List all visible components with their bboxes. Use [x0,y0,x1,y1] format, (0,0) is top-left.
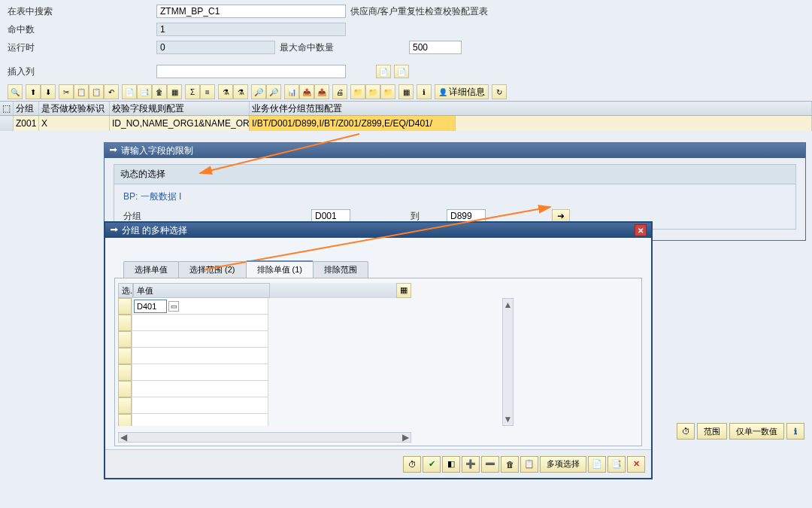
delete-row-icon[interactable]: 🗑 [152,84,167,99]
table-desc: 供应商/客户重复性检查校验配置表 [350,5,488,18]
tab-select-range[interactable]: 选择范围 (2) [178,261,247,278]
grid-icon[interactable]: ▦ [398,84,414,99]
export-icon[interactable]: 📊 [284,84,299,99]
sort-desc-icon[interactable]: ⬇ [41,84,56,99]
dialog1-side-buttons: ⏱ 范围 仅单一数值 ℹ [677,423,804,440]
variant2-icon[interactable]: 📁 [365,84,380,99]
bp-general-data-link[interactable]: BP: 一般数据 I [123,190,786,203]
cell-range-config: I/BT/D001/D899,I/BT/Z001/Z899,E/EQ/D401/ [250,116,456,131]
scroll-left-icon[interactable]: ◀ [120,432,127,443]
footer-check-icon[interactable]: ✔ [423,456,441,473]
layout-icon[interactable]: ▦ [167,84,182,99]
tab-exclude-single[interactable]: 排除单值 (1) [246,260,314,278]
copy-row-icon[interactable]: 📑 [137,84,152,99]
variant1-icon[interactable]: 📁 [350,84,365,99]
export3-icon[interactable]: 📤 [314,84,329,99]
grid-col-check[interactable]: 是否做校验标识 [39,102,110,115]
exclude-row-1[interactable]: ▭ [118,298,411,315]
grid-col-rule[interactable]: 校验字段规则配置 [110,102,250,115]
runtime-value: 0 [156,41,275,54]
filter-icon[interactable]: ⚗ [218,84,233,99]
minigrid-settings-icon[interactable]: ▦ [396,283,411,298]
grid-header-row: ⬚ 分组 是否做校验标识 校验字段规则配置 业务伙伴分组范围配置 [0,101,812,116]
multiple-selection-dialog: ⮕分组 的多种选择 ✕ 选择单值 选择范围 (2) 排除单值 (1) 排除范围 … [104,221,653,479]
max-hits-input[interactable] [409,41,462,54]
sum-icon[interactable]: Σ [185,84,200,99]
max-hits-label: 最大命中数量 [275,41,346,54]
dialog2-footer: ⏱ ✔ ◧ ➕ ➖ 🗑 📋 多项选择 📄 📑 ✕ [105,449,651,478]
scroll-right-icon[interactable]: ▶ [402,432,409,443]
footer-multiselect-button[interactable]: 多项选择 [540,456,586,473]
variant3-icon[interactable]: 📁 [380,84,395,99]
details-icon[interactable]: 🔍 [8,84,23,99]
undo-icon[interactable]: ↶ [104,84,119,99]
range-label: 分组 [123,210,311,223]
exclude-row-empty[interactable] [118,315,411,331]
find2-icon[interactable]: 🔎 [266,84,281,99]
print-icon[interactable]: 🖨 [332,84,347,99]
exclude-row-empty[interactable] [118,381,411,397]
dialog1-title-bar: ⮕ 请输入字段的限制 [105,143,805,158]
exclude-row-empty[interactable] [118,414,411,426]
grid-select-all[interactable]: ⬚ [0,102,14,115]
exclude-row-empty[interactable] [118,397,411,414]
insert-col-btn1[interactable]: 📄 [376,65,391,78]
dialog2-title: 分组 的多种选择 [122,225,187,236]
exclude-row-empty[interactable] [118,331,411,348]
footer-help-icon[interactable]: 📑 [607,456,626,473]
search-form: 在表中搜索 供应商/客户重复性检查校验配置表 命中数 1 运行时 0 最大命中数… [0,0,812,83]
cell-check: X [39,116,110,131]
grid-col-range[interactable]: 业务伙伴分组范围配置 [250,102,812,115]
footer-copy-icon[interactable]: 📄 [588,456,606,473]
grid-data-row[interactable]: Z001 X ID_NO,NAME_ORG1&NAME_ORG2 I/BT/D0… [0,116,812,131]
filter2-icon[interactable]: ⚗ [233,84,248,99]
subtotal-icon[interactable]: ≡ [200,84,215,99]
info-icon[interactable]: ℹ [417,84,432,99]
dynamic-select-title: 动态的选择 [114,165,795,184]
value-help-icon[interactable]: ▭ [168,301,179,312]
minigrid-col-value[interactable]: 单值 [133,283,270,298]
row-option-icon[interactable] [118,298,132,315]
tab-select-single[interactable]: 选择单值 [123,261,179,278]
footer-delete-row-icon[interactable]: ➖ [481,456,499,473]
scroll-down-icon[interactable]: ▼ [503,413,514,425]
paste-icon[interactable]: 📋 [89,84,104,99]
sort-asc-icon[interactable]: ⬆ [26,84,41,99]
export2-icon[interactable]: 📤 [299,84,314,99]
grid-col-group[interactable]: 分组 [14,102,39,115]
refresh-icon[interactable]: ↻ [492,84,507,99]
find-icon[interactable]: 🔎 [251,84,266,99]
info2-icon[interactable]: ℹ [786,423,804,440]
dialog1-title: 请输入字段的限制 [121,144,193,157]
exclude-row-empty[interactable] [118,364,411,381]
dialog2-close-button[interactable]: ✕ [635,224,647,236]
vertical-scrollbar[interactable]: ▲ ▼ [502,298,514,426]
insert-col-label: 插入列 [8,65,156,78]
single-only-button[interactable]: 仅单一数值 [729,423,784,440]
footer-clock-icon[interactable]: ⏱ [403,456,421,473]
copy-icon[interactable]: 📋 [74,84,89,99]
exclude-value-input[interactable] [134,300,167,313]
detail-info-button[interactable]: 👤详细信息 [435,84,489,99]
footer-opts-icon[interactable]: ◧ [442,456,460,473]
exclude-row-empty[interactable] [118,348,411,364]
tab-exclude-range[interactable]: 排除范围 [313,261,368,278]
footer-trash-icon[interactable]: 🗑 [501,456,519,473]
range-button[interactable]: 范围 [697,423,727,440]
alv-toolbar: 🔍 ⬆ ⬇ ✂ 📋 📋 ↶ 📄 📑 🗑 ▦ Σ ≡ ⚗ ⚗ 🔎 🔎 📊 📤 📤 … [0,83,812,101]
tab-strip: 选择单值 选择范围 (2) 排除单值 (1) 排除范围 [123,260,642,278]
minigrid-col-sel[interactable]: 选. [118,283,133,298]
new-icon[interactable]: 📄 [122,84,137,99]
footer-paste-icon[interactable]: 📋 [520,456,538,473]
footer-insert-icon[interactable]: ➕ [462,456,480,473]
hits-label: 命中数 [8,23,156,36]
table-name-input[interactable] [156,5,346,18]
execute-check-icon[interactable]: ⏱ [677,423,695,440]
scroll-up-icon[interactable]: ▲ [503,299,514,311]
horizontal-scrollbar[interactable]: ◀ ▶ [118,432,411,443]
insert-col-btn2[interactable]: 📄 [394,65,409,78]
runtime-label: 运行时 [8,41,156,54]
footer-cancel-icon[interactable]: ✕ [627,456,645,473]
cut-icon[interactable]: ✂ [59,84,74,99]
insert-col-input[interactable] [156,65,346,78]
